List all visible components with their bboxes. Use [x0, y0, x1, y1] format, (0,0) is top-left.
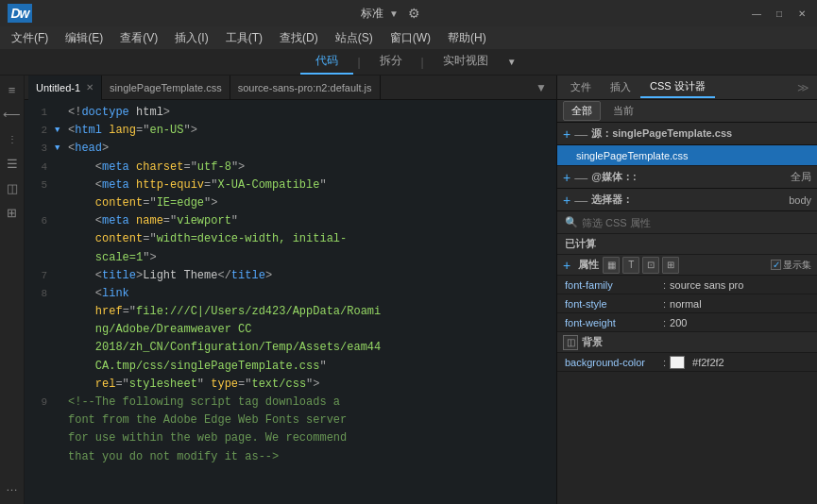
prop-value-font-weight[interactable]: 200: [670, 317, 687, 328]
code-line-8e: CA.tmp/css/singlePageTemplate.css": [25, 358, 556, 376]
source-add-button[interactable]: +: [563, 127, 570, 141]
sidebar-icon-assets[interactable]: ☰: [2, 153, 23, 174]
code-line-8d: 2018/zh_CN/Configuration/Temp/Assets/eam…: [25, 339, 556, 357]
css-search-input[interactable]: [582, 217, 809, 228]
menu-insert[interactable]: 插入(I): [167, 28, 215, 48]
prop-colon-2: :: [663, 298, 666, 310]
prop-colon-1: :: [663, 279, 666, 291]
props-add-button[interactable]: +: [563, 258, 570, 273]
prop-colon-3: :: [663, 317, 666, 328]
window-controls: — □ ✕: [749, 6, 809, 21]
selector-section-label: 选择器：: [591, 193, 785, 207]
code-line-9b: font from the Adobe Edge Web Fonts serve…: [25, 412, 556, 429]
search-icon: 🔍: [565, 216, 578, 228]
right-panel-tabs: 文件 插入 CSS 设计器 ≫: [557, 76, 817, 100]
menu-find[interactable]: 查找(D): [272, 28, 326, 48]
editor-tabs: Untitled-1 ✕ singlePageTemplate.css sour…: [25, 76, 556, 100]
sidebar-icon-snippets[interactable]: ◫: [2, 177, 23, 198]
color-swatch-bg[interactable]: [670, 356, 685, 369]
rp-tab-files[interactable]: 文件: [561, 77, 601, 97]
title-bar: Dw 标准 ▼ ⚙ — □ ✕: [0, 0, 817, 26]
close-button[interactable]: ✕: [794, 6, 809, 21]
editor-tab-js[interactable]: source-sans-pro:n2:default.js: [230, 76, 381, 100]
gear-icon[interactable]: ⚙: [408, 6, 420, 21]
menu-tools[interactable]: 工具(T): [218, 28, 270, 48]
selector-remove-button[interactable]: —: [574, 193, 587, 208]
show-set-checkbox[interactable]: ✓: [771, 260, 781, 270]
css-source-row[interactable]: singlePageTemplate.css: [557, 145, 817, 166]
tab-split[interactable]: 拆分: [365, 49, 417, 75]
sidebar-icon-more[interactable]: …: [2, 476, 23, 496]
source-remove-button[interactable]: —: [574, 126, 587, 142]
code-line-7: 7 <title>Light Theme</title>: [25, 267, 556, 285]
prop-name-font-style: font-style: [565, 298, 659, 310]
at-remove-button[interactable]: —: [574, 170, 587, 185]
at-section-value: 全局: [791, 170, 811, 184]
maximize-button[interactable]: □: [772, 6, 787, 21]
code-line-6c: scale=1">: [25, 249, 556, 267]
prop-tool-text[interactable]: T: [622, 257, 639, 274]
prop-tool-layout[interactable]: ▦: [603, 257, 620, 274]
properties-tools: ▦ T ⊡ ⊞: [603, 257, 679, 274]
menu-view[interactable]: 查看(V): [112, 28, 165, 48]
prop-value-font-family[interactable]: source sans pro: [670, 279, 743, 291]
editor-tab-css[interactable]: singlePageTemplate.css: [102, 76, 230, 100]
css-source-name: singlePageTemplate.css: [576, 150, 809, 161]
tab-code[interactable]: 代码: [300, 49, 353, 75]
code-line-9d: that you do not modify it as-->: [25, 448, 556, 466]
rp-tab-css[interactable]: CSS 设计器: [640, 76, 715, 98]
menu-file[interactable]: 文件(F): [4, 28, 56, 48]
prop-tool-border[interactable]: ⊡: [642, 257, 659, 274]
prop-name-font-weight: font-weight: [565, 317, 659, 328]
editor-tab-untitled-close[interactable]: ✕: [86, 82, 94, 92]
mode-dropdown-icon[interactable]: ▼: [389, 8, 399, 19]
computed-header: 已计算: [557, 234, 817, 255]
prop-tool-more[interactable]: ⊞: [662, 257, 679, 274]
code-line-9c: for use within the web page. We recommen…: [25, 429, 556, 447]
main-area: ≡ ⟵ ⋮ ☰ ◫ ⊞ … Untitled-1 ✕ singlePageTem…: [0, 76, 817, 504]
selector-section-header: + — 选择器： body: [557, 189, 817, 211]
menu-edit[interactable]: 编辑(E): [58, 28, 111, 48]
toolbar: 代码 | 拆分 | 实时视图 ▼: [0, 49, 817, 76]
minimize-button[interactable]: —: [749, 6, 764, 21]
prop-value-font-style[interactable]: normal: [670, 298, 702, 310]
sidebar-icon-css[interactable]: ⋮: [2, 128, 23, 149]
code-line-4: 4 <meta charset="utf-8">: [25, 159, 556, 176]
code-line-3: 3 ▼ <head>: [25, 140, 556, 158]
toolbar-dropdown-icon[interactable]: ▼: [507, 57, 517, 67]
menu-help[interactable]: 帮助(H): [440, 28, 494, 48]
tab-filter-button[interactable]: ▼: [530, 81, 553, 94]
subtab-all[interactable]: 全部: [563, 101, 601, 121]
rp-expand-button[interactable]: ≫: [793, 81, 813, 94]
menu-site[interactable]: 站点(S): [328, 28, 381, 48]
css-prop-font-weight: font-weight : 200: [557, 313, 817, 332]
editor-tab-untitled[interactable]: Untitled-1 ✕: [28, 76, 102, 100]
css-prop-font-style: font-style : normal: [557, 294, 817, 313]
selector-add-button[interactable]: +: [563, 193, 570, 207]
properties-header: + 属性 ▦ T ⊡ ⊞ ✓ 显示集: [557, 255, 817, 276]
code-line-8: 8 <link: [25, 285, 556, 303]
show-set-label: ✓ 显示集: [771, 259, 811, 272]
code-line-5: 5 <meta http-equiv="X-UA-Compatible": [25, 176, 556, 194]
editor-tab-css-label: singlePageTemplate.css: [110, 82, 222, 93]
editor-tab-untitled-label: Untitled-1: [36, 82, 80, 93]
code-line-8c: ng/Adobe/Dreamweaver CC: [25, 321, 556, 339]
code-line-2: 2 ▼ <html lang="en-US">: [25, 122, 556, 140]
app-logo-text: Dw: [11, 6, 29, 21]
subtab-current[interactable]: 当前: [604, 101, 642, 121]
css-prop-background-color: background-color : #f2f2f2: [557, 353, 817, 372]
tab-liveview[interactable]: 实时视图: [428, 49, 503, 75]
prop-value-bg-color[interactable]: #f2f2f2: [692, 357, 724, 368]
menu-window[interactable]: 窗口(W): [383, 28, 438, 48]
code-line-8b: href="file:///C|/Users/zd423/AppData/Roa…: [25, 303, 556, 321]
css-property-search: 🔍: [557, 211, 817, 234]
sidebar-icon-jquery[interactable]: ⊞: [2, 202, 23, 223]
editor-tab-js-label: source-sans-pro:n2:default.js: [238, 82, 372, 93]
code-view: 1 <!doctype html> 2 ▼ <html lang="en-US"…: [25, 100, 556, 504]
editor-area: Untitled-1 ✕ singlePageTemplate.css sour…: [25, 76, 556, 504]
at-add-button[interactable]: +: [563, 171, 570, 184]
prop-name-font-family: font-family: [565, 279, 659, 291]
sidebar-icon-files[interactable]: ≡: [2, 79, 23, 100]
sidebar-icon-insert[interactable]: ⟵: [2, 104, 23, 125]
rp-tab-insert[interactable]: 插入: [601, 77, 640, 97]
